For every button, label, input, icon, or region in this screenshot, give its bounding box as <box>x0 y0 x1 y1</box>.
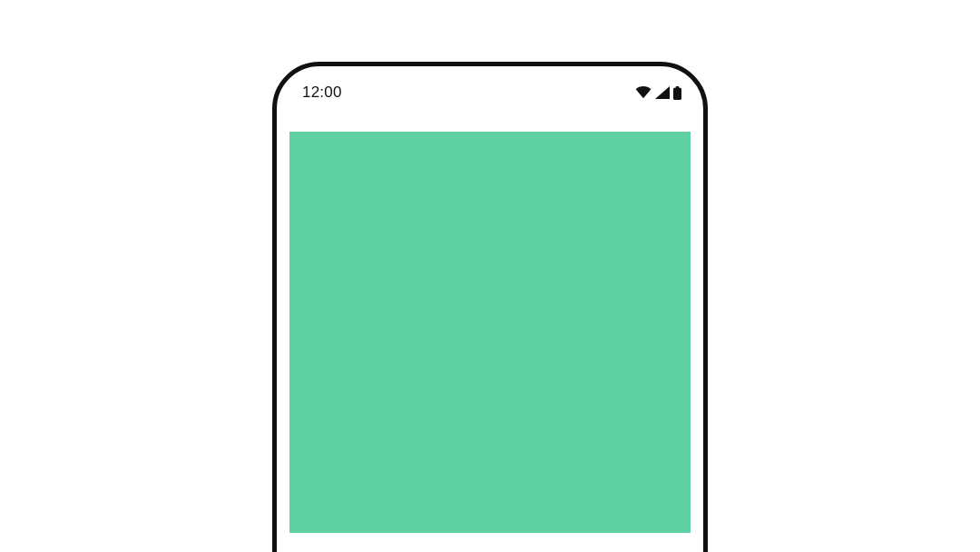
content-area <box>277 119 703 533</box>
battery-icon <box>673 86 681 100</box>
stage: 12:00 <box>0 0 980 552</box>
svg-rect-0 <box>673 87 681 99</box>
phone-frame: 12:00 <box>272 62 708 552</box>
status-bar-icons <box>635 86 681 100</box>
status-bar: 12:00 <box>277 66 703 119</box>
svg-rect-1 <box>676 86 680 88</box>
wifi-icon <box>635 86 652 99</box>
content-color-block <box>289 132 691 533</box>
status-bar-time: 12:00 <box>302 84 342 102</box>
cellular-signal-icon <box>655 86 670 99</box>
